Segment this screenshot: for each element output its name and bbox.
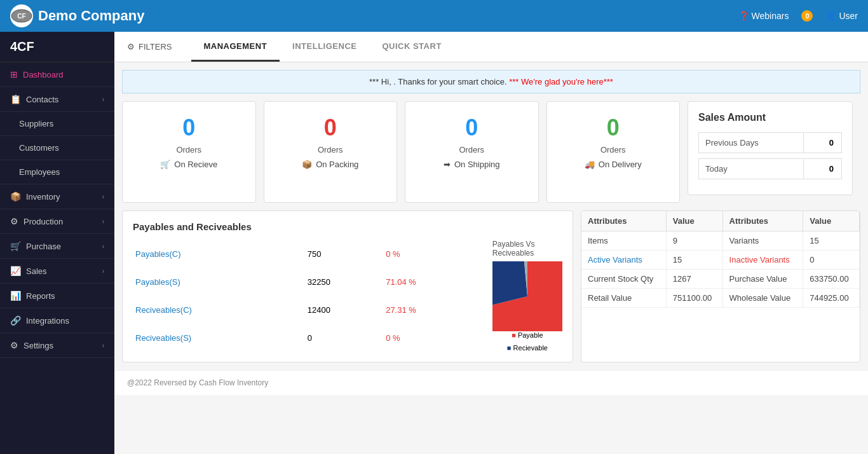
tab-quickstart[interactable]: QUICK START bbox=[369, 32, 454, 62]
banner-text2: *** We're glad you're here*** bbox=[509, 77, 613, 86]
val2-variants: 15 bbox=[803, 231, 860, 251]
sidebar-label: Settings bbox=[24, 341, 53, 350]
order-card-packing[interactable]: 0 Orders 📦 On Packing bbox=[264, 101, 398, 203]
payables-table: Payables(C) 750 0 % Payables(S) 32250 71… bbox=[133, 240, 482, 352]
table-header-row: Attributes Value Attributes Value bbox=[581, 211, 860, 231]
sidebar-item-integrations[interactable]: 🔗 Integrations bbox=[0, 308, 114, 333]
val2-wholesale-value: 744925.00 bbox=[803, 289, 860, 308]
table-row: Current Stock Qty 1267 Purchase Value 63… bbox=[581, 270, 860, 289]
sidebar-item-sales[interactable]: 📈 Sales › bbox=[0, 259, 114, 284]
sidebar-item-production[interactable]: ⚙ Production › bbox=[0, 209, 114, 234]
table-row: Reciveables(C) 12400 27.31 % bbox=[133, 296, 482, 324]
chevron-right-icon: › bbox=[102, 268, 104, 275]
main-layout: 4CF ⊞ Dashboard 📋 Contacts › Suppliers C… bbox=[0, 32, 868, 454]
sidebar-label: Inventory bbox=[26, 192, 60, 202]
sidebar-label: Sales bbox=[26, 266, 47, 276]
sidebar-item-inventory[interactable]: 📦 Inventory › bbox=[0, 184, 114, 209]
welcome-banner: *** Hi, . Thanks for your smart choice. … bbox=[122, 70, 860, 93]
sales-today-value: 0 bbox=[803, 159, 841, 179]
tabs: MANAGEMENT INTELLIGENCE QUICK START bbox=[191, 32, 454, 62]
table-row: Reciveables(S) 0 0 % bbox=[133, 324, 482, 352]
payables-c-label[interactable]: Payables(C) bbox=[133, 240, 305, 268]
attr1-stock-qty: Current Stock Qty bbox=[581, 270, 666, 289]
val1-items: 9 bbox=[666, 231, 722, 251]
sidebar-label: Customers bbox=[19, 143, 59, 153]
tab-intelligence[interactable]: INTELLIGENCE bbox=[280, 32, 369, 62]
attr1-items: Items bbox=[581, 231, 666, 251]
payables-pie-chart bbox=[492, 261, 562, 331]
sales-today-label: Today bbox=[699, 159, 803, 179]
company-logo: CF Demo Company bbox=[10, 4, 144, 27]
sidebar-item-settings[interactable]: ⚙ Settings › bbox=[0, 333, 114, 358]
pie-chart-container: Payables Vs Reciveables ■ Payable ■ Reci… bbox=[492, 240, 562, 352]
sidebar-item-customers[interactable]: Customers bbox=[0, 136, 114, 160]
sidebar-item-purchase[interactable]: 🛒 Purchase › bbox=[0, 234, 114, 259]
sidebar-label: Production bbox=[24, 217, 63, 226]
integrations-icon: 🔗 bbox=[10, 315, 21, 326]
attributes-table: Attributes Value Attributes Value Items … bbox=[581, 211, 860, 308]
sidebar-item-reports[interactable]: 📊 Reports bbox=[0, 284, 114, 308]
webinars-button[interactable]: ❓ Webinars bbox=[738, 11, 789, 21]
table-row: Payables(S) 32250 71.04 % bbox=[133, 268, 482, 296]
company-name: Demo Company bbox=[38, 8, 144, 24]
tab-management[interactable]: MANAGEMENT bbox=[191, 32, 280, 62]
reciveables-c-label[interactable]: Reciveables(C) bbox=[133, 296, 305, 324]
sidebar-label: Reports bbox=[26, 291, 55, 301]
table-row: Retail Value 751100.00 Wholesale Value 7… bbox=[581, 289, 860, 308]
sidebar-label: Purchase bbox=[26, 242, 61, 251]
chevron-right-icon: › bbox=[102, 193, 104, 200]
filters-label: FILTERS bbox=[139, 42, 172, 52]
sales-title: Sales Amount bbox=[698, 112, 842, 123]
sidebar-label: Dashboard bbox=[23, 70, 64, 79]
sidebar-item-employees[interactable]: Employees bbox=[0, 160, 114, 184]
sidebar-item-suppliers[interactable]: Suppliers bbox=[0, 112, 114, 136]
sidebar-label: Integrations bbox=[26, 316, 69, 326]
footer-text: @2022 Reversed by Cash Flow Inventory bbox=[127, 378, 268, 387]
production-icon: ⚙ bbox=[10, 216, 18, 226]
reciveables-s-label[interactable]: Reciveables(S) bbox=[133, 324, 305, 352]
attributes-section: Attributes Value Attributes Value Items … bbox=[581, 210, 860, 362]
val2-inactive-variants: 0 bbox=[803, 251, 860, 270]
attr1-retail-value: Retail Value bbox=[581, 289, 666, 308]
col-val2: Value bbox=[803, 211, 860, 231]
chart-legend: ■ Payable ■ Recievable bbox=[492, 331, 562, 352]
filters-button[interactable]: ⚙ FILTERS bbox=[127, 42, 172, 52]
order-card-receive[interactable]: 0 Orders 🛒 On Recieve bbox=[122, 101, 256, 203]
top-header: CF Demo Company ❓ Webinars 0 👤 User bbox=[0, 0, 868, 32]
payables-s-label[interactable]: Payables(S) bbox=[133, 268, 305, 296]
sales-row-today: Today 0 bbox=[698, 158, 842, 179]
val2-purchase-value: 633750.00 bbox=[803, 270, 860, 289]
attr2-purchase-value: Purchase Value bbox=[722, 270, 803, 289]
payables-title: Payables and Reciveables bbox=[133, 221, 562, 232]
user-icon: 👤 bbox=[825, 11, 836, 21]
packing-count: 0 bbox=[277, 114, 384, 141]
chevron-right-icon: › bbox=[102, 243, 104, 250]
user-menu[interactable]: 👤 User bbox=[825, 11, 858, 21]
col-val1: Value bbox=[666, 211, 722, 231]
sidebar-logo: 4CF bbox=[0, 32, 114, 62]
sidebar-item-contacts[interactable]: 📋 Contacts › bbox=[0, 87, 114, 112]
val1-retail-value: 751100.00 bbox=[666, 289, 722, 308]
order-card-shipping[interactable]: 0 Orders ➡ On Shipping bbox=[405, 101, 539, 203]
question-icon: ❓ bbox=[738, 11, 749, 21]
chevron-right-icon: › bbox=[102, 96, 104, 103]
order-card-delivery[interactable]: 0 Orders 🚚 On Delivery bbox=[546, 101, 681, 203]
sales-amount-panel: Sales Amount Previous Days 0 Today 0 bbox=[688, 101, 853, 195]
sidebar-label: Suppliers bbox=[19, 119, 53, 128]
reciveables-c-amount: 12400 bbox=[305, 296, 383, 324]
notifications-button[interactable]: 0 bbox=[801, 10, 813, 22]
shipping-label: Orders bbox=[418, 145, 526, 155]
attr1-active-variants[interactable]: Active Variants bbox=[581, 251, 666, 270]
shipping-icon: ➡ bbox=[444, 160, 451, 169]
col-attr2: Attributes bbox=[722, 211, 803, 231]
legend-reciveable: ■ Recievable bbox=[507, 344, 548, 352]
sidebar-item-dashboard[interactable]: ⊞ Dashboard bbox=[0, 62, 114, 87]
cards-and-sales: 0 Orders 🛒 On Recieve 0 Orders 📦 On Pack… bbox=[122, 101, 860, 203]
delivery-count: 0 bbox=[560, 114, 667, 141]
sales-icon: 📈 bbox=[10, 266, 21, 276]
reciveables-s-pct: 0 % bbox=[383, 324, 482, 352]
sidebar-label: Contacts bbox=[26, 95, 58, 104]
contacts-icon: 📋 bbox=[10, 94, 21, 104]
attr2-inactive-variants[interactable]: Inactive Variants bbox=[722, 251, 803, 270]
logo-icon: CF bbox=[10, 4, 33, 27]
